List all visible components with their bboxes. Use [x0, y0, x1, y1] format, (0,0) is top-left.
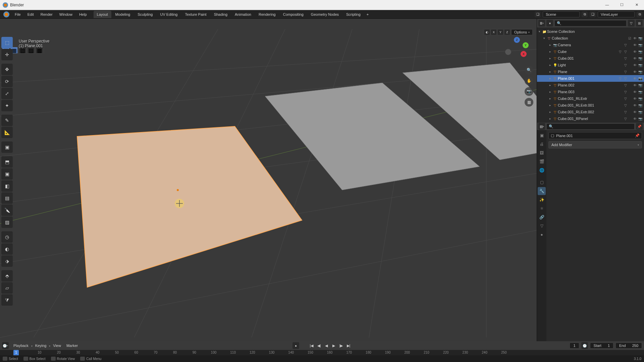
y-axis-ball[interactable]: Y — [523, 42, 529, 48]
end-frame-field[interactable]: End 250 — [615, 343, 642, 349]
keyframe-prev-icon[interactable]: ◀| — [316, 343, 322, 348]
tab-rendering[interactable]: Rendering — [255, 11, 279, 18]
outliner-item-scene-collection[interactable]: ▾📁Scene Collection — [537, 28, 644, 35]
outliner-item-plane[interactable]: ▸▽Plane▽👁📷 — [537, 68, 644, 75]
z-axis-ball[interactable]: Z — [514, 37, 520, 43]
tab-modeling[interactable]: Modeling — [112, 11, 134, 18]
close-button[interactable]: ✕ — [632, 3, 641, 7]
world-tab-icon[interactable]: 🌐 — [538, 166, 546, 174]
timeline-editor-icon[interactable]: 🕐▾ — [2, 342, 9, 349]
start-frame-field[interactable]: Start 1 — [590, 343, 613, 349]
add-modifier-button[interactable]: Add Modifier ▾ — [548, 141, 642, 148]
outliner-item-cube-001_rlextr-001[interactable]: ▸▽Cube.001_RLExtr.001▽👁📷 — [537, 102, 644, 109]
spin-tool[interactable]: ◷ — [1, 231, 13, 243]
mesh-tab-icon[interactable]: ▽ — [538, 222, 546, 230]
tl-menu-playback[interactable]: Playback — [11, 342, 31, 349]
scene-field[interactable]: Scene — [543, 11, 580, 17]
jump-start-icon[interactable]: |◀ — [309, 343, 315, 348]
mirror-toggle-icon[interactable]: ◐ — [484, 29, 490, 35]
scene-tab-icon[interactable]: 🎬 — [538, 158, 546, 166]
viewlayer-browse-icon[interactable]: ❏ — [590, 11, 596, 17]
particle-tab-icon[interactable]: ✨ — [538, 196, 546, 204]
render-tab-icon[interactable]: ▣ — [538, 131, 546, 139]
tab-animation[interactable]: Animation — [231, 11, 255, 18]
smooth-tool[interactable]: ◐ — [1, 243, 13, 255]
tl-menu-view[interactable]: View — [50, 342, 64, 349]
selected-plane[interactable] — [77, 126, 302, 287]
modifier-tab-icon[interactable]: 🔧 — [538, 187, 546, 195]
add-workspace-button[interactable]: + — [364, 11, 371, 18]
menu-render[interactable]: Render — [37, 11, 56, 18]
outliner-item-plane-001[interactable]: ▸▽Plane.001▽▽👁📷 — [537, 75, 644, 82]
outliner-item-plane-002[interactable]: ▸▽Plane.002▽👁📷 — [537, 82, 644, 88]
tab-layout[interactable]: Layout — [94, 11, 111, 18]
loopcut-tool[interactable]: ▤ — [1, 192, 13, 204]
extrude-tool[interactable]: ⬒ — [1, 156, 13, 168]
outliner-item-collection[interactable]: ▾▽Collection☑👁📷 — [537, 35, 644, 42]
shrink-tool[interactable]: ⬘ — [1, 270, 13, 282]
material-tab-icon[interactable]: ● — [538, 231, 546, 239]
props-search-input[interactable]: 🔍 — [546, 123, 635, 130]
viewlayer-field[interactable]: ViewLayer — [598, 11, 635, 17]
play-reverse-icon[interactable]: ◀ — [323, 343, 329, 348]
tab-scripting[interactable]: Scripting — [343, 11, 364, 18]
pin-icon[interactable]: 📌 — [635, 133, 640, 138]
knife-tool[interactable]: 🔪 — [1, 204, 13, 216]
outliner-item-cube-001_rpanel[interactable]: ▸▽Cube.001_RPanel▽👁📷 — [537, 115, 644, 122]
transform-tool[interactable]: ✦ — [1, 100, 13, 111]
tab-texture-paint[interactable]: Texture Paint — [181, 11, 210, 18]
outliner-item-plane-003[interactable]: ▸▽Plane.003▽👁📷 — [537, 88, 644, 95]
mirror-z-button[interactable]: Z — [504, 29, 510, 35]
tab-uv-editing[interactable]: UV Editing — [157, 11, 181, 18]
props-editor-icon[interactable]: ▤▾ — [538, 123, 545, 130]
move-tool[interactable]: ✥ — [1, 64, 13, 75]
new-collection-icon[interactable]: ⊞ — [636, 20, 643, 26]
annotate-tool[interactable]: ✎ — [1, 115, 13, 126]
tab-shading[interactable]: Shading — [211, 11, 231, 18]
autokey-icon[interactable]: ● — [292, 342, 299, 349]
tab-sculpting[interactable]: Sculpting — [134, 11, 156, 18]
outliner-item-cube-001_rlextr[interactable]: ▸▽Cube.001_RLExtr▽👁📷 — [537, 95, 644, 102]
3d-viewport[interactable]: ▦ ▦ ▧ ▨ ▩ — [0, 19, 537, 348]
outliner-editor-icon[interactable]: ≣▾ — [538, 20, 545, 26]
viewlayer-tab-icon[interactable]: 🖼 — [538, 149, 546, 157]
bevel-tool[interactable]: ◧ — [1, 180, 13, 192]
outliner-search-input[interactable]: 🔍 — [554, 20, 627, 26]
camera-view-icon[interactable]: 📷 — [525, 87, 533, 96]
mirror-y-button[interactable]: Y — [498, 29, 503, 35]
output-tab-icon[interactable]: 🖨 — [538, 140, 546, 148]
zoom-icon[interactable]: 🔍 — [525, 66, 533, 74]
props-breadcrumb[interactable]: ▢ Plane.001 📌 — [548, 132, 642, 139]
scene-browse-icon[interactable]: ❏ — [535, 11, 541, 17]
menu-file[interactable]: File — [11, 11, 24, 18]
props-pin-icon[interactable]: 📌 — [636, 123, 643, 130]
current-frame-field[interactable]: 1 — [570, 343, 579, 349]
tl-menu-marker[interactable]: Marker — [64, 342, 80, 349]
outliner-item-cube-001[interactable]: ▸▽Cube.001▽👁📷 — [537, 55, 644, 62]
neg-axis-ball[interactable] — [505, 49, 511, 55]
slide-tool[interactable]: ⬗ — [1, 255, 13, 267]
blender-menu-icon[interactable] — [3, 11, 9, 17]
mirror-x-button[interactable]: X — [491, 29, 496, 35]
scale-tool[interactable]: ⤢ — [1, 88, 13, 99]
tl-menu-keying[interactable]: Keying — [33, 342, 49, 349]
menu-window[interactable]: Window — [56, 11, 76, 18]
pan-icon[interactable]: ✋ — [525, 76, 533, 85]
physics-tab-icon[interactable]: ⚛ — [538, 204, 546, 213]
measure-tool[interactable]: 📐 — [1, 127, 13, 138]
play-icon[interactable]: ▶ — [331, 343, 337, 348]
maximize-button[interactable]: ☐ — [617, 3, 627, 7]
options-dropdown[interactable]: Options▾ — [511, 29, 533, 35]
outliner-item-camera[interactable]: ▸📷Camera▽👁📷 — [537, 42, 644, 48]
constraint-tab-icon[interactable]: 🔗 — [538, 213, 546, 221]
frame-options-icon[interactable]: 🕐 — [581, 342, 588, 349]
menu-edit[interactable]: Edit — [24, 11, 37, 18]
x-axis-ball[interactable]: X — [521, 51, 527, 57]
cursor-tool[interactable]: ✛ — [1, 49, 13, 60]
outliner-filter-icon[interactable]: ▽ — [628, 20, 635, 26]
menu-help[interactable]: Help — [76, 11, 90, 18]
outliner-display-icon[interactable]: ▾ — [546, 20, 553, 26]
tab-geometry-nodes[interactable]: Geometry Nodes — [308, 11, 342, 18]
inset-tool[interactable]: ▣ — [1, 168, 13, 180]
polybuild-tool[interactable]: ▨ — [1, 217, 13, 228]
